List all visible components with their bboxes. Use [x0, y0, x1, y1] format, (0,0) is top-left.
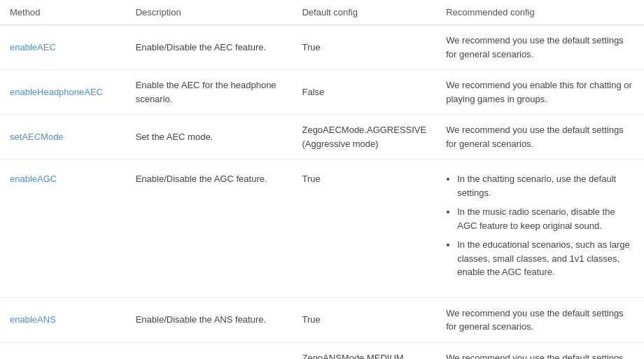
recommended-config-cell: We recommend you enable this for chattin… [436, 70, 644, 115]
list-item: In the music radio scenario, disable the… [457, 205, 634, 232]
description-cell: Enable/Disable the ANS feature. [126, 297, 293, 342]
header-description: Description [126, 0, 293, 25]
list-item: In the educational scenarios, such as la… [457, 238, 634, 279]
method-link-enableagc[interactable]: enableAGC [10, 174, 57, 184]
default-config-cell: True [292, 297, 436, 342]
description-cell: Set the AEC mode. [126, 115, 293, 160]
recommended-config-cell: We recommend you use the default setting… [436, 342, 644, 359]
description-cell: Set the ANS mode. [126, 342, 293, 359]
description-cell: Enable/Disable the AGC feature. [126, 160, 293, 298]
method-link-enableans[interactable]: enableANS [10, 314, 56, 325]
default-config-cell: True [292, 25, 436, 70]
list-item: In the chatting scenario, use the defaul… [457, 172, 634, 199]
description-cell: Enable the AEC for the headphone scenari… [126, 70, 293, 115]
default-config-cell: False [292, 70, 436, 115]
default-config-cell: ZegoAECMode.AGGRESSIVE (Aggressive mode) [292, 115, 436, 160]
default-config-cell: ZegoANSMode.MEDIUM (Medium mode) [292, 342, 436, 359]
recommended-config-cell: We recommend you use the default setting… [436, 115, 644, 160]
description-cell: Enable/Disable the AEC feature. [126, 25, 293, 70]
header-default: Default config [292, 0, 436, 25]
method-link-enableaec[interactable]: enableAEC [10, 42, 56, 52]
recommended-config-cell: We recommend you use the default setting… [436, 25, 644, 70]
header-recommended: Recommended config [436, 0, 644, 25]
recommended-config-cell: In the chatting scenario, use the defaul… [436, 160, 644, 298]
method-link-enableheadphoneaec[interactable]: enableHeadphoneAEC [10, 87, 103, 97]
default-config-cell: True [292, 160, 436, 298]
header-method: Method [0, 0, 126, 25]
config-table: Method Description Default config Recomm… [0, 0, 644, 359]
method-link-setaecmode[interactable]: setAECMode [10, 132, 64, 142]
recommended-config-cell: We recommend you use the default setting… [436, 297, 644, 342]
